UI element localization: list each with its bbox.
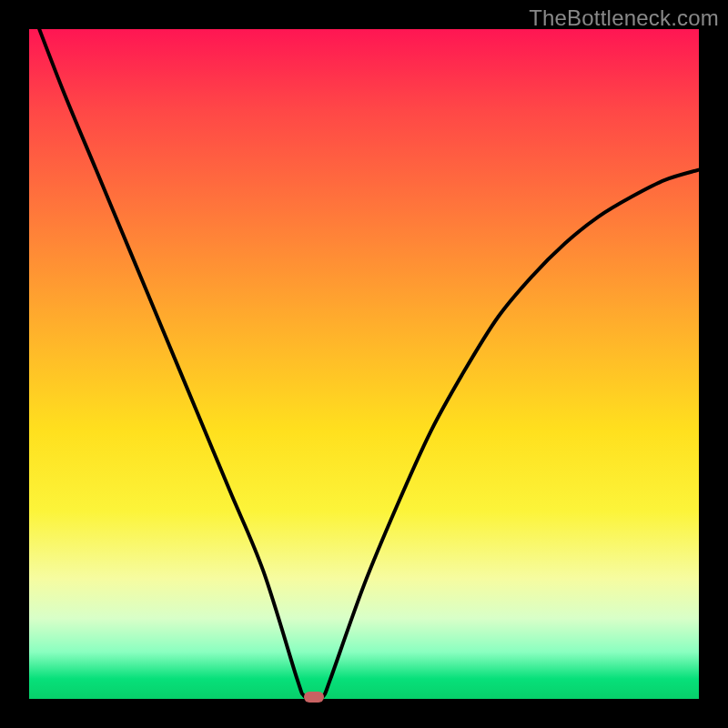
chart-frame: TheBottleneck.com	[0, 0, 728, 728]
curve-layer	[29, 29, 699, 699]
watermark-text: TheBottleneck.com	[529, 5, 719, 31]
bottleneck-curve	[29, 3, 699, 700]
plot-area	[29, 29, 699, 699]
minimum-marker	[304, 692, 324, 703]
